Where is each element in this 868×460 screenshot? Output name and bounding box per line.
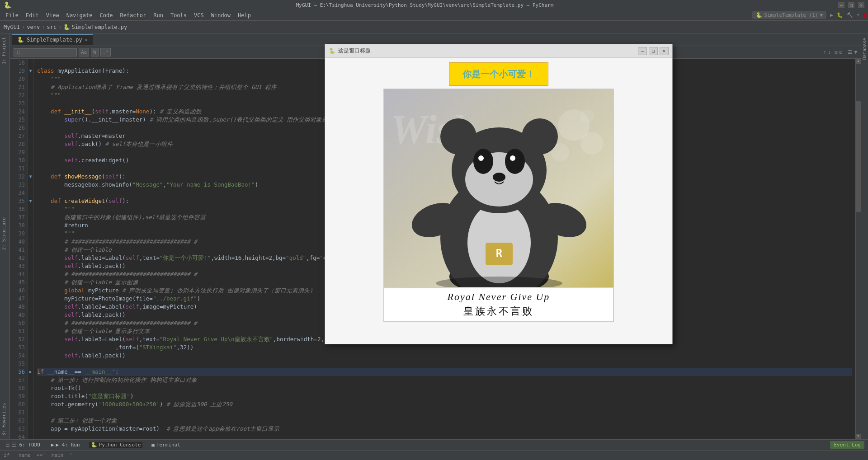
bottom-bar: ☰ ☰ 6: TODO ▶ ▶ 4: Run 🐍 Python Console … — [0, 439, 868, 450]
breadcrumb-venv[interactable]: venv — [27, 24, 40, 30]
svg-point-5 — [580, 109, 594, 123]
code-line-57: # 第一步: 进行控制台的初始化操作 构构适主窗口对象 — [37, 376, 852, 384]
search-input[interactable] — [14, 48, 77, 56]
menu-vcs[interactable]: VCS — [190, 11, 208, 19]
console-icon: 🐍 — [91, 442, 97, 448]
code-line-64 — [37, 433, 852, 439]
yellow-label: 你是一个小可爱！ — [462, 68, 535, 80]
code-line-63: app = myApplication(master=root) # 意思就是这… — [37, 425, 852, 433]
sidebar-item-project[interactable]: 1: Project — [0, 33, 9, 68]
rngu-chinese-label: 皇族永不言败 — [463, 305, 534, 318]
popup-content: 你是一个小可爱！ Wish — [325, 58, 672, 344]
nav-list[interactable]: ⊞ — [835, 49, 838, 55]
code-line-56: if __name__=='__main__': — [37, 368, 852, 376]
terminal-icon: ▣ — [151, 442, 155, 448]
popup-minimize[interactable]: — — [638, 47, 647, 55]
svg-point-19 — [478, 155, 484, 161]
breadcrumb-file[interactable]: 🐍 SimpleTemplate.py — [63, 24, 127, 30]
tab-close-button[interactable]: × — [85, 38, 88, 42]
code-line-61 — [37, 408, 852, 417]
python-file-icon: 🐍 — [63, 24, 70, 30]
tab-database[interactable]: Database — [861, 33, 868, 64]
stop-button[interactable]: ■ — [863, 12, 866, 18]
tab-simpletemplate[interactable]: 🐍 SimpleTemplate.py × — [12, 34, 93, 45]
breadcrumb: MyGUI › venv › src › 🐍 SimpleTemplate.py — [0, 21, 868, 33]
popup-title: 这是窗口标题 — [338, 47, 371, 55]
title-bar-title: MyGUI – E:\Tsinghua_University\Python_St… — [296, 2, 554, 8]
code-line-62: # 第二步: 创建一个对象 — [37, 417, 852, 425]
nav-filter[interactable]: ▼ — [854, 49, 857, 55]
popup-titlebar: 🐍 这是窗口标题 — □ ✕ — [325, 44, 672, 58]
nav-down[interactable]: ↓ — [828, 49, 831, 55]
run-panel-button[interactable]: ▶ ▶ 4: Run — [49, 442, 82, 448]
run-config-icon: 🐍 — [756, 12, 762, 18]
python-console-button[interactable]: 🐍 Python Console — [89, 442, 143, 448]
rngu-english-label: Royal Never Give Up — [448, 291, 550, 303]
dropdown-icon: ▼ — [820, 12, 823, 18]
event-log-button[interactable]: Event Log — [830, 441, 864, 449]
breadcrumb-myGUI[interactable]: MyGUI — [4, 24, 20, 30]
build-button[interactable]: 🔨 — [847, 12, 853, 18]
run-icon: ▶ — [51, 442, 54, 448]
breadcrumb-src[interactable]: src — [47, 24, 57, 30]
todo-button[interactable]: ☰ ☰ 6: TODO — [4, 442, 42, 448]
menu-view[interactable]: View — [42, 11, 63, 19]
svg-point-18 — [505, 149, 525, 174]
menu-edit[interactable]: Edit — [22, 11, 42, 19]
coverage-button[interactable]: ☂ — [857, 12, 860, 18]
code-line-60: root.geometry('1000x800+500+250') # 起源宽边… — [37, 400, 852, 408]
nav-up[interactable]: ↑ — [823, 49, 826, 55]
menu-bar: File Edit View Navigate Code Refactor Ru… — [0, 10, 868, 21]
restore-button[interactable]: ❐ — [848, 2, 854, 8]
sidebar-item-structure[interactable]: 2: Structure — [0, 214, 9, 253]
sidebar-item-favorites[interactable]: 3: Favorites — [0, 399, 9, 439]
svg-point-15 — [522, 118, 558, 155]
status-line: if __name__=='__main__' — [0, 450, 868, 460]
title-bar: 🐍 MyGUI – E:\Tsinghua_University\Python_… — [0, 0, 868, 10]
popup-title-left: 🐍 这是窗口标题 — [329, 47, 371, 55]
popup-icon: 🐍 — [329, 48, 335, 54]
terminal-button[interactable]: ▣ Terminal — [150, 442, 182, 448]
minimize-button[interactable]: — — [838, 2, 844, 8]
code-line-54: self.lable3.pack() — [37, 352, 852, 360]
menu-tools[interactable]: Tools — [167, 11, 190, 19]
search-regex[interactable]: .* — [100, 48, 111, 56]
code-line-53: ,font=("STXingkai",32)) — [37, 343, 852, 352]
svg-point-3 — [580, 132, 603, 155]
menu-navigate[interactable]: Navigate — [63, 11, 96, 19]
menu-window[interactable]: Window — [208, 11, 234, 19]
app-icon: 🐍 — [4, 1, 11, 9]
title-bar-controls: — ❐ ✕ — [838, 2, 864, 8]
popup-controls: — □ ✕ — [638, 47, 669, 55]
tab-python-icon: 🐍 — [17, 37, 24, 43]
popup-window: 🐍 这是窗口标题 — □ ✕ 你是一个小可爱！ — [325, 44, 673, 344]
popup-close[interactable]: ✕ — [660, 47, 669, 55]
nav-more[interactable]: ⊡ — [840, 49, 843, 55]
search-match-case[interactable]: Aa — [79, 48, 89, 56]
popup-restore[interactable]: □ — [649, 47, 658, 55]
bottom-right: Event Log — [830, 441, 864, 449]
menu-help[interactable]: Help — [234, 11, 255, 19]
todo-icon: ☰ — [5, 442, 10, 448]
svg-point-20 — [510, 155, 515, 161]
menu-code[interactable]: Code — [96, 11, 117, 19]
menu-run[interactable]: Run — [150, 11, 167, 19]
debug-button[interactable]: 🐛 — [837, 12, 843, 18]
line-numbers: 18 19 20 21 22 23 24 25 26 27 28 29 30 3… — [10, 59, 28, 439]
close-button[interactable]: ✕ — [858, 2, 864, 8]
svg-point-17 — [473, 149, 493, 174]
code-line-59: root.title("这是窗口标题") — [37, 392, 852, 400]
svg-text:R: R — [496, 247, 503, 260]
menu-refactor[interactable]: Refactor — [116, 11, 150, 19]
menu-file[interactable]: File — [2, 11, 22, 19]
svg-point-14 — [440, 118, 476, 155]
code-line-55 — [37, 360, 852, 368]
run-button[interactable]: ▶ — [830, 12, 833, 18]
run-config-label[interactable]: 🐍 SimpleTemplate (1) ▼ — [752, 11, 826, 19]
svg-point-21 — [493, 173, 505, 182]
title-bar-left: 🐍 — [4, 1, 11, 9]
nav-settings[interactable]: ☰ — [848, 49, 852, 55]
code-line-58: root=Tk() — [37, 384, 852, 392]
search-whole-word[interactable]: W — [91, 48, 99, 56]
